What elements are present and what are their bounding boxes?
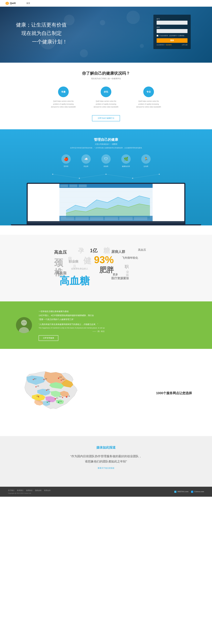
svg-point-6 bbox=[52, 174, 53, 175]
form-links: 忘记密码吗？ 找回密码 立即注册 bbox=[157, 44, 188, 46]
manage-title: 管理自己的健康 bbox=[0, 137, 212, 142]
footer-logo-2: t Csince.com bbox=[191, 490, 204, 493]
forgot-link[interactable]: 忘记密码吗？ 找回密码 bbox=[157, 44, 172, 46]
footer-logo-1: D DEETAA.com bbox=[174, 490, 189, 493]
svg-point-38 bbox=[46, 390, 47, 391]
media-title: 媒体如此报道 bbox=[0, 445, 212, 450]
svg-point-31 bbox=[22, 322, 23, 323]
laptop-mock bbox=[27, 183, 185, 224]
footer-link-3[interactable]: 隐私政策 bbox=[35, 489, 41, 492]
register-link[interactable]: 立即注册 bbox=[182, 44, 188, 46]
svg-text:D: D bbox=[175, 491, 176, 492]
svg-point-44 bbox=[58, 402, 59, 403]
feature-desc-1: Qwilt helps carriers solve the problem o… bbox=[93, 100, 119, 108]
remember-checkbox[interactable] bbox=[157, 35, 158, 36]
svg-rect-25 bbox=[105, 217, 118, 220]
footer-link-4[interactable]: 联系合作 bbox=[44, 489, 51, 492]
icon-circle-4: 🏃 bbox=[141, 154, 151, 164]
hero-form: 账号 密码 下次自动登录（还没有账号？注册体验） 登录 忘记密码吗？ 找回密码 … bbox=[153, 15, 191, 49]
svg-point-10 bbox=[159, 174, 160, 175]
nav-home[interactable]: 首页 bbox=[26, 2, 30, 4]
svg-text:北京: 北京 bbox=[59, 376, 62, 378]
svg-text:武汉: 武汉 bbox=[37, 396, 39, 397]
footer: 关于我们 联系我们 使用协议 隐私政策 联系合作 Copyright @ 201… bbox=[0, 487, 212, 497]
password-input[interactable] bbox=[157, 29, 188, 33]
wc-pang: 肥胖 bbox=[99, 265, 114, 275]
manage-icon-4: 🏃 运动库 bbox=[141, 154, 151, 168]
map-heading: 1000个服务网点让您选择 bbox=[156, 391, 196, 395]
svg-rect-27 bbox=[134, 217, 147, 220]
laptop-wrapper bbox=[0, 183, 212, 226]
svg-text:银川: 银川 bbox=[34, 378, 36, 380]
wordcloud-section: 高血压 孕 1亿 糖 尿病人群 高血压 颈 职业病 健 93% 飞年病年轻化 病… bbox=[0, 235, 212, 294]
svg-rect-24 bbox=[90, 217, 103, 220]
wc-more: 更多 bbox=[113, 273, 118, 276]
media-link[interactable]: 看看关于他们的报道 bbox=[98, 467, 114, 469]
svg-point-39 bbox=[35, 386, 36, 388]
username-input[interactable] bbox=[157, 21, 188, 25]
feature-desc-0: Qwilt helps carriers solve the problem o… bbox=[50, 100, 77, 108]
network-svg bbox=[13, 172, 199, 182]
wc-young: 飞年病年轻化 bbox=[122, 256, 138, 260]
manage-network bbox=[0, 172, 212, 183]
hero-section: 健康；让生活更有价值 现在就为自己制定 一个健康计划！ 账号 密码 下次自动登录… bbox=[0, 7, 212, 63]
feature-1: 好玩 Qwilt helps carriers solve the proble… bbox=[93, 86, 119, 108]
wc-yue: 月 bbox=[73, 264, 76, 269]
feature-2: 专业 Qwilt helps carriers solve the proble… bbox=[135, 86, 162, 108]
feature-circle-0: 有趣 bbox=[58, 86, 69, 97]
logo-icon bbox=[5, 2, 9, 5]
svg-point-42 bbox=[62, 397, 63, 398]
map-text: 1000个服务网点让您选择 bbox=[156, 391, 196, 395]
map-container: 北京 天津 上海 南京 武汉 西安 太原 兰州 银川 杭州 贵阳 广州 bbox=[16, 366, 148, 420]
quote-content: 一切幸福生活都以身体健康为基础 13亿中国人、4亿中国家庭面临着越来越多的健康威… bbox=[39, 310, 105, 341]
footer-link-1[interactable]: 联系我们 bbox=[17, 489, 23, 492]
feature-circle-2: 专业 bbox=[143, 86, 154, 97]
media-quote: “作为国内目前团队协作管理服务做的最好的创业团队， 谁想象他们的团队都如此之年轻… bbox=[0, 454, 212, 464]
icon-label-1: 药品库 bbox=[84, 166, 88, 167]
media-section: 媒体如此报道 “作为国内目前团队协作管理服务做的最好的创业团队， 谁想象他们的团… bbox=[0, 436, 212, 479]
remember-label: 下次自动登录（还没有账号？注册体验） bbox=[159, 35, 186, 37]
manage-icon-3: 🌿 健康知识库 bbox=[121, 154, 131, 168]
spacer4 bbox=[0, 428, 212, 436]
wc-bing: 病 bbox=[68, 256, 72, 261]
logo-text: Qwilt bbox=[10, 2, 16, 5]
assess-button[interactable]: 立即为自己健康打分 bbox=[92, 115, 120, 121]
footer-link-0[interactable]: 关于我们 bbox=[8, 489, 14, 492]
svg-point-41 bbox=[33, 379, 34, 380]
avatar-svg bbox=[16, 317, 32, 333]
quote-section: 一切幸福生活都以身体健康为基础 13亿中国人、4亿中国家庭面临着越来越多的健康威… bbox=[0, 302, 212, 349]
quote-en: The happiness of mankind is only on the … bbox=[39, 327, 105, 329]
login-button[interactable]: 登录 bbox=[157, 38, 188, 43]
footer-link-2[interactable]: 使用协议 bbox=[26, 489, 32, 492]
spacer5 bbox=[0, 479, 212, 487]
laptop-foot bbox=[11, 224, 201, 226]
wc-zhi: 职 bbox=[125, 264, 129, 270]
svg-line-2 bbox=[53, 174, 79, 178]
assess-subtitle: 现在就为自己和家人做一份健康评估 bbox=[0, 78, 212, 80]
username-row: 账号 bbox=[157, 18, 188, 25]
svg-point-32 bbox=[25, 322, 25, 323]
svg-point-34 bbox=[61, 380, 62, 381]
svg-text:南京: 南京 bbox=[56, 398, 58, 399]
svg-rect-26 bbox=[119, 217, 133, 220]
wc-high-bp2: 高血压 bbox=[138, 248, 146, 252]
wc-93: 93% bbox=[94, 254, 114, 266]
svg-point-36 bbox=[55, 398, 56, 400]
manage-icon-0: 🍎 营养库 bbox=[61, 154, 71, 168]
feature-desc-2: Qwilt helps carriers solve the problem o… bbox=[135, 100, 162, 108]
svg-text:t: t bbox=[191, 491, 192, 492]
hero-title: 健康；让生活更有价值 现在就为自己制定 一个健康计划！ bbox=[16, 21, 67, 45]
logo1-icon: D bbox=[174, 491, 177, 493]
remember-row: 下次自动登录（还没有账号？注册体验） bbox=[157, 35, 188, 37]
svg-point-7 bbox=[79, 178, 80, 179]
svg-point-29 bbox=[21, 320, 27, 326]
username-label: 账号 bbox=[157, 18, 188, 20]
quote-button[interactable]: 立即管理健康 bbox=[39, 335, 58, 341]
wc-high-bp: 高血压 bbox=[54, 250, 67, 255]
logo[interactable]: Qwilt bbox=[5, 2, 16, 5]
wc-preg: 孕 bbox=[78, 247, 84, 254]
manage-section: 管理自己的健康 大型公司疾病告诉！一通费用 合同约定本来就无效和条款有效，一步管… bbox=[0, 129, 212, 226]
manage-icon-2: 🛡 疾病库 bbox=[101, 154, 111, 168]
wc-jian: 健 bbox=[83, 256, 91, 266]
manage-subtitle2: 合同约定本来就无效和条款有效，一步管理全家人健康指标和记录健康趋势，企业健康管理… bbox=[0, 147, 212, 149]
